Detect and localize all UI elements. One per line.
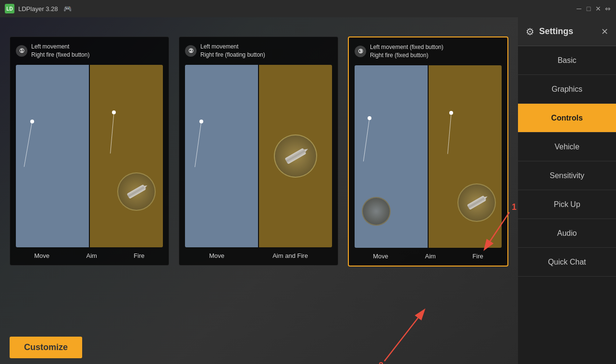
sidebar-item-quickchat[interactable]: Quick Chat <box>518 248 616 277</box>
card-3-labels: Move Aim Fire <box>355 253 502 260</box>
sidebar-item-basic[interactable]: Basic <box>518 46 616 75</box>
sidebar-item-vehicle[interactable]: Vehicle <box>518 133 616 161</box>
card-2-left-panel <box>185 65 258 247</box>
card-2-labels: Move Aim and Fire <box>185 252 332 259</box>
cards-container: ① Left movement Right fire (fixed button… <box>10 36 508 326</box>
minimize-button[interactable]: ─ <box>576 5 582 12</box>
card-1-header: ① Left movement Right fire (fixed button… <box>16 43 163 59</box>
titlebar: LD LDPlayer 3.28 🎮 ─ □ ✕ ⇔ <box>0 0 616 17</box>
card-3-visual <box>355 65 502 248</box>
card-2-desc: Left movement Right fire (floating butto… <box>200 43 265 59</box>
app-logo: LD <box>5 4 14 13</box>
sidebar-item-graphics[interactable]: Graphics <box>518 75 616 104</box>
card-1-visual <box>16 65 163 247</box>
close-icon[interactable]: ✕ <box>601 26 608 37</box>
gamepad-icon: 🎮 <box>63 5 72 12</box>
sidebar-item-audio[interactable]: Audio <box>518 219 616 248</box>
window-controls[interactable]: ─ □ ✕ ⇔ <box>576 5 611 12</box>
card-2-right-panel <box>259 65 332 247</box>
control-card-2[interactable]: ② Left movement Right fire (floating but… <box>179 36 338 266</box>
card-1-left-panel <box>16 65 89 247</box>
card-3-header: ③ Left movement (fixed button) Right fir… <box>355 43 502 60</box>
card-2-number: ② <box>185 45 197 57</box>
content-area: ① Left movement Right fire (fixed button… <box>0 17 518 364</box>
close-button[interactable]: ✕ <box>595 5 602 12</box>
sidebar-header: ⚙ Settings ✕ <box>518 17 616 46</box>
settings-gear-icon: ⚙ <box>526 26 534 37</box>
card-1-number: ① <box>16 45 27 57</box>
card-2-visual <box>185 65 332 247</box>
sidebar-item-sensitivity[interactable]: Sensitivity <box>518 161 616 190</box>
card-3-desc: Left movement (fixed button) Right fire … <box>370 43 444 60</box>
settings-title: Settings <box>539 26 573 36</box>
sidebar-item-controls[interactable]: Controls <box>518 104 616 133</box>
customize-button[interactable]: Customize <box>10 337 82 358</box>
sidebar: ⚙ Settings ✕ Basic Graphics Controls Veh… <box>518 17 616 364</box>
bottom-bar: Customize <box>0 330 518 364</box>
card-1-labels: Move Aim Fire <box>16 252 163 259</box>
main-layout: ① Left movement Right fire (fixed button… <box>0 17 616 364</box>
resize-button[interactable]: ⇔ <box>604 5 611 12</box>
app-title: LDPlayer 3.28 <box>18 5 58 12</box>
sidebar-item-pickup[interactable]: Pick Up <box>518 190 616 219</box>
card-3-number: ③ <box>355 46 366 57</box>
control-card-1[interactable]: ① Left movement Right fire (fixed button… <box>10 36 169 266</box>
card-2-header: ② Left movement Right fire (floating but… <box>185 43 332 59</box>
maximize-button[interactable]: □ <box>585 5 592 12</box>
control-card-3[interactable]: ③ Left movement (fixed button) Right fir… <box>348 36 508 267</box>
card-3-left-panel <box>355 65 428 248</box>
card-1-right-panel <box>90 65 163 247</box>
card-3-right-panel <box>429 65 502 248</box>
card-1-desc: Left movement Right fire (fixed button) <box>31 43 89 59</box>
